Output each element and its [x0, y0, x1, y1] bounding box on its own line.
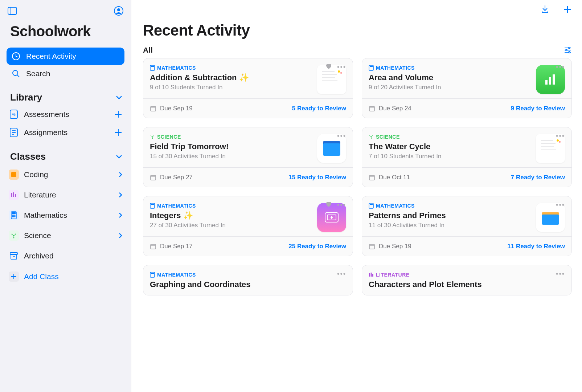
review-link[interactable]: 25 Ready to Review: [288, 243, 346, 250]
review-link[interactable]: 15 Ready to Review: [288, 174, 346, 181]
card-subtitle: 9 of 20 Activities Turned In: [369, 84, 532, 91]
filter-icon[interactable]: [564, 47, 572, 53]
more-icon[interactable]: •••: [337, 64, 346, 71]
favorite-icon[interactable]: [325, 201, 332, 209]
subject-label: SCIENCE: [376, 134, 400, 140]
nav-recent-activity[interactable]: Recent Activity: [7, 48, 124, 65]
activity-card[interactable]: MATHEMATICS Area and Volume 9 of 20 Acti…: [362, 58, 572, 118]
calendar-icon: [369, 243, 375, 250]
more-icon[interactable]: •••: [556, 64, 565, 71]
library-assignments[interactable]: Assignments: [7, 123, 124, 142]
svg-rect-98: [151, 244, 156, 249]
svg-point-44: [569, 47, 570, 49]
svg-point-57: [340, 72, 342, 74]
more-icon[interactable]: •••: [337, 201, 346, 209]
subject-label: LITERATURE: [376, 272, 410, 278]
activity-card[interactable]: MATHEMATICS Patterns and Primes 11 of 30…: [362, 196, 572, 256]
search-icon: [11, 69, 21, 79]
more-icon[interactable]: •••: [337, 132, 346, 140]
svg-rect-75: [323, 143, 340, 156]
calendar-icon: [150, 105, 156, 112]
classes-title: Classes: [10, 151, 46, 162]
svg-point-48: [569, 52, 570, 53]
class-coding[interactable]: Coding: [7, 164, 124, 185]
review-link[interactable]: 5 Ready to Review: [292, 105, 346, 112]
sidebar-toggle-icon[interactable]: [7, 5, 18, 17]
add-assignment-icon[interactable]: [114, 128, 122, 136]
assignments-icon: [9, 127, 19, 138]
chevron-right-icon: [119, 192, 122, 198]
activity-card[interactable]: SCIENCE The Water Cycle 7 of 10 Students…: [362, 127, 572, 187]
svg-point-24: [13, 215, 14, 216]
card-title: The Water Cycle: [369, 142, 532, 151]
sidebar: Schoolwork Recent Activity Search Librar…: [0, 0, 131, 392]
activity-card[interactable]: MATHEMATICS Addition & Subtraction ✨ 9 o…: [143, 58, 353, 118]
card-title: Integers ✨: [150, 211, 313, 220]
class-literature[interactable]: Literature: [7, 185, 124, 205]
activity-card[interactable]: MATHEMATICS Integers ✨ 27 of 30 Activiti…: [143, 196, 353, 256]
download-icon[interactable]: [539, 4, 551, 15]
class-label: Literature: [24, 191, 56, 199]
svg-point-28: [15, 216, 15, 217]
svg-point-27: [13, 216, 14, 217]
svg-rect-92: [369, 175, 374, 180]
library-assessments[interactable]: % Assessments: [7, 105, 124, 123]
subject-icon: [150, 203, 155, 209]
nav-search[interactable]: Search: [7, 65, 124, 82]
library-header[interactable]: Library: [7, 92, 124, 105]
svg-line-72: [152, 136, 154, 137]
svg-rect-103: [542, 215, 559, 225]
subject-icon: [150, 272, 155, 278]
science-icon: [9, 230, 19, 241]
clock-icon: [11, 51, 21, 61]
calendar-icon: [369, 174, 375, 181]
activity-card[interactable]: SCIENCE Field Trip Tomorrow! 15 of 30 Ac…: [143, 127, 353, 187]
class-label: Science: [24, 231, 51, 240]
filter-label[interactable]: All: [143, 46, 153, 54]
svg-rect-37: [11, 254, 17, 259]
add-icon[interactable]: [562, 4, 573, 15]
subject-icon: [369, 134, 374, 139]
svg-line-33: [12, 234, 14, 236]
svg-rect-18: [11, 193, 12, 197]
svg-rect-50: [151, 66, 154, 67]
svg-point-91: [559, 141, 561, 143]
subject-icon: [369, 203, 374, 209]
review-link[interactable]: 7 Ready to Review: [511, 174, 565, 181]
svg-line-6: [17, 75, 19, 77]
svg-rect-20: [15, 194, 16, 197]
calendar-icon: [150, 174, 156, 181]
review-link[interactable]: 9 Ready to Review: [511, 105, 565, 112]
svg-line-71: [151, 136, 152, 137]
class-label: Coding: [24, 170, 48, 179]
card-title: Characters and Plot Elements: [369, 280, 565, 289]
class-archived[interactable]: Archived: [7, 246, 124, 266]
svg-rect-107: [151, 273, 154, 274]
review-link[interactable]: 11 Ready to Review: [507, 243, 565, 250]
account-icon[interactable]: [113, 5, 124, 17]
svg-text:%: %: [12, 112, 16, 117]
more-icon[interactable]: •••: [556, 132, 565, 140]
more-icon[interactable]: •••: [556, 270, 565, 278]
library-label: Assignments: [24, 128, 67, 137]
subject-icon: [150, 134, 155, 139]
favorite-icon[interactable]: [325, 64, 332, 71]
svg-point-26: [12, 216, 13, 217]
page-title: Recent Activity: [131, 19, 582, 42]
class-label: Mathematics: [24, 211, 67, 220]
activity-card[interactable]: LITERATURE Characters and Plot Elements …: [362, 265, 572, 295]
more-icon[interactable]: •••: [337, 270, 346, 278]
card-title: Graphing and Coordinates: [150, 280, 346, 289]
activity-card[interactable]: MATHEMATICS Graphing and Coordinates •••: [143, 265, 353, 295]
more-icon[interactable]: •••: [556, 201, 565, 209]
svg-line-82: [370, 136, 371, 137]
classes-header[interactable]: Classes: [7, 151, 124, 164]
add-assessment-icon[interactable]: [114, 110, 122, 118]
coding-icon: [9, 170, 19, 180]
app-title: Schoolwork: [10, 23, 124, 40]
svg-rect-64: [553, 74, 555, 85]
card-subtitle: 15 of 30 Activities Turned In: [150, 153, 313, 160]
class-science[interactable]: Science: [7, 225, 124, 246]
add-class-button[interactable]: Add Class: [7, 268, 124, 286]
class-mathematics[interactable]: Mathematics: [7, 205, 124, 225]
